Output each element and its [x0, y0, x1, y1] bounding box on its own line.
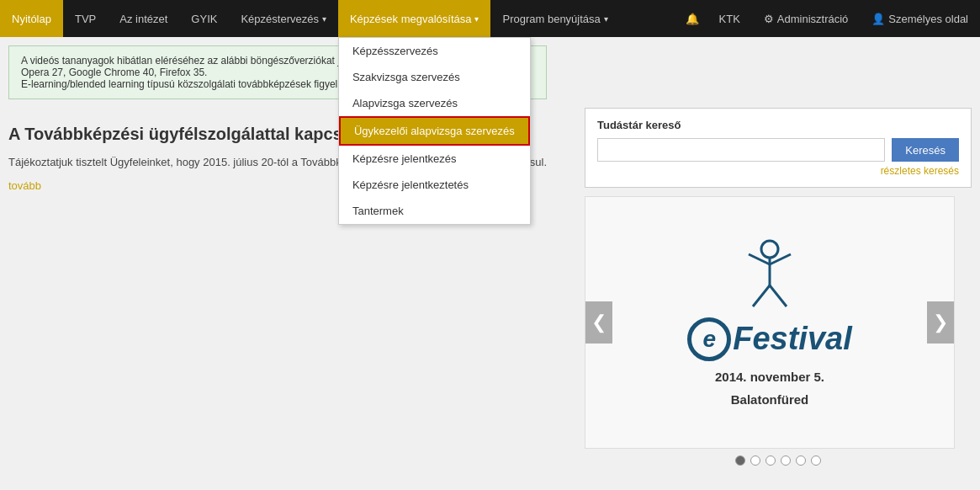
user-icon: 👤 — [871, 13, 885, 25]
nav-item-gyik[interactable]: GYIK — [179, 0, 229, 37]
nav-label-gyik: GYIK — [191, 13, 217, 25]
chevron-down-icon: ▾ — [474, 14, 479, 24]
carousel-dot-6[interactable] — [811, 455, 821, 466]
nav-label-program: Program benyújtása — [502, 13, 600, 25]
nav-bell-icon[interactable]: 🔔 — [677, 0, 707, 37]
nav-label-tvp: TVP — [75, 13, 96, 25]
carousel: ❮ — [585, 196, 955, 449]
nav-label-kepzesek: Képzések megvalósítása — [350, 13, 472, 25]
dd-item-kepzesre-jelentkezetes[interactable]: Képzésre jelentkeztetés — [339, 172, 530, 198]
search-row: Keresés — [597, 138, 959, 162]
dd-item-tantermek[interactable]: Tantermek — [339, 198, 530, 224]
kepzesek-dropdown: Képzésszervezés Szakvizsga szervezés Ala… — [338, 37, 531, 225]
carousel-content: e Festival 2014. november 5. Balatonfüre… — [670, 222, 869, 423]
nav-label-szemelyes: Személyes oldal — [888, 13, 968, 25]
carousel-dot-5[interactable] — [796, 455, 806, 466]
nav-label-intezet: Az intézet — [119, 13, 167, 25]
festival-text: Festival — [733, 321, 852, 357]
search-button[interactable]: Keresés — [892, 138, 959, 162]
carousel-next-button[interactable]: ❯ — [927, 301, 954, 344]
dd-label-ugykezeloi: Ügykezelői alapvizsga szervezés — [354, 125, 515, 137]
svg-point-0 — [761, 241, 778, 258]
nav-item-ktk[interactable]: KTK — [707, 0, 752, 37]
dd-item-ugykezeloi[interactable]: Ügykezelői alapvizsga szervezés — [339, 116, 530, 146]
nav-item-szemelyes-oldal[interactable]: 👤 Személyes oldal — [860, 0, 980, 37]
svg-line-4 — [753, 285, 770, 306]
dd-item-kepzesszervezes[interactable]: Képzésszervezés — [339, 38, 530, 64]
search-detail-link[interactable]: részletes keresés — [597, 165, 959, 177]
nav-label-ktk: KTK — [719, 13, 740, 25]
dd-item-szakvizsga[interactable]: Szakvizsga szervezés — [339, 64, 530, 90]
info-text-3: E-learning/blended learning típusú közsz… — [21, 78, 366, 90]
carousel-dot-2[interactable] — [750, 455, 760, 466]
nav-item-nyitolap[interactable]: Nyitólap — [0, 0, 63, 37]
dd-label-kepzesszervezes: Képzésszervezés — [352, 45, 438, 57]
info-text-2: Opera 27, Google Chrome 40, Firefox 35. — [21, 67, 207, 78]
nav-item-adminisztracio[interactable]: ⚙ Adminisztráció — [752, 0, 861, 37]
bell-icon: 🔔 — [686, 13, 699, 25]
dd-label-jelentkezetes: Képzésre jelentkeztetés — [352, 178, 469, 191]
search-box-title: Tudástár kereső — [597, 119, 959, 131]
dd-label-tantermek: Tantermek — [352, 205, 404, 217]
chevron-down-icon: ▾ — [604, 14, 608, 24]
nav-item-az-intezet[interactable]: Az intézet — [108, 0, 179, 37]
carousel-dot-4[interactable] — [781, 455, 791, 466]
nav-right-section: 🔔 KTK ⚙ Adminisztráció 👤 Személyes oldal — [677, 0, 980, 37]
dd-item-kepzesre-jelentkezes[interactable]: Képzésre jelentkezés — [339, 146, 530, 172]
dd-item-alapvizsga[interactable]: Alapvizsga szervezés — [339, 90, 530, 116]
nav-label-kepzestervezes: Képzéstervezés — [241, 13, 319, 25]
e-letter: e — [702, 326, 716, 353]
main-nav: Nyitólap TVP Az intézet GYIK Képzésterve… — [0, 0, 980, 37]
gear-icon: ⚙ — [764, 13, 774, 25]
article-read-more-link[interactable]: tovább — [8, 179, 41, 192]
nav-item-kepzesek-megvalositasa[interactable]: Képzések megvalósítása ▾ Képzésszervezés… — [338, 0, 491, 37]
carousel-dot-1[interactable] — [735, 455, 745, 466]
nav-item-tvp[interactable]: TVP — [63, 0, 108, 37]
info-text-1: A videós tananyagok hibátlan eléréséhez … — [21, 55, 384, 67]
nav-item-kepzestervezes[interactable]: Képzéstervezés ▾ — [229, 0, 338, 37]
chevron-down-icon: ▾ — [322, 14, 326, 24]
nav-item-program-benyujtasa[interactable]: Program benyújtása ▾ — [490, 0, 619, 37]
search-input[interactable] — [597, 138, 885, 162]
carousel-dot-3[interactable] — [765, 455, 776, 466]
carousel-subtitle-1: 2014. november 5. — [687, 370, 852, 384]
dd-label-jelentkezes: Képzésre jelentkezés — [352, 152, 457, 165]
carousel-figure — [736, 239, 803, 315]
carousel-prev-button[interactable]: ❮ — [585, 301, 612, 344]
carousel-title: e Festival — [687, 317, 852, 361]
carousel-dots — [585, 455, 972, 466]
nav-label-admin: Adminisztráció — [777, 13, 849, 25]
dd-label-alapvizsga: Alapvizsga szervezés — [352, 97, 458, 109]
nav-label-nyitolap: Nyitólap — [12, 13, 51, 25]
carousel-subtitle-2: Balatonfüred — [687, 392, 852, 407]
svg-line-5 — [770, 285, 787, 306]
search-box: Tudástár kereső Keresés részletes keresé… — [585, 108, 972, 188]
dd-label-szakvizsga: Szakvizsga szervezés — [352, 71, 460, 83]
right-column: Tudástár kereső Keresés részletes keresé… — [585, 108, 972, 466]
